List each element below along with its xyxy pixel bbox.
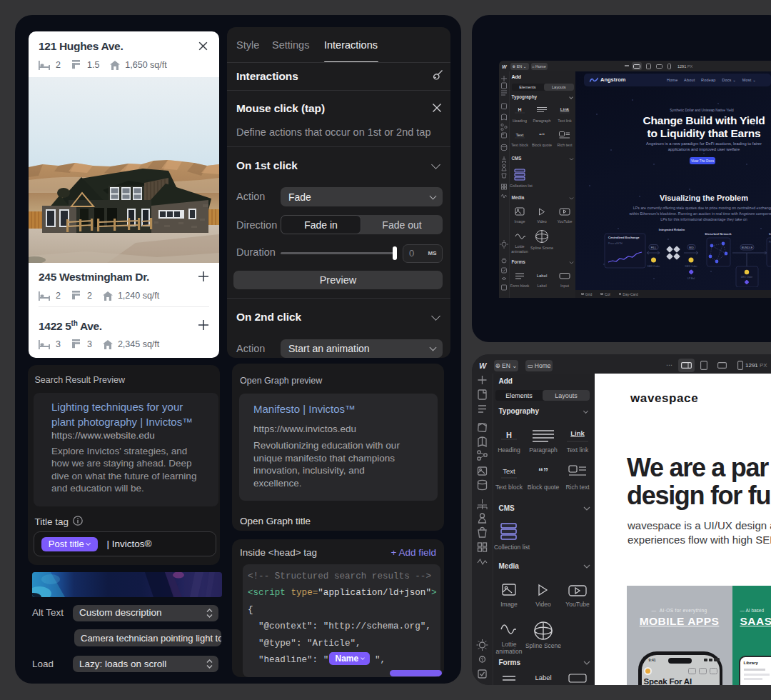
svg-text:Price of ETH: Price of ETH [608,242,623,245]
svg-text:H: H [506,431,512,439]
svg-text:Text block: Text block [495,484,523,491]
svg-text:Image: Image [500,601,518,608]
svg-text:Image: Image [515,219,525,224]
svg-text:Text: Text [515,133,523,137]
svg-text:DEX Order: DEX Order [685,265,697,268]
svg-text:LP Bal: LP Bal [687,277,695,280]
svg-text:Link: Link [560,107,570,111]
svg-text:Text link: Text link [558,119,572,123]
svg-text:Text: Text [503,467,515,475]
svg-text:Collection list: Collection list [494,544,530,551]
svg-text:Label: Label [535,674,551,681]
svg-text:Heading: Heading [498,446,520,454]
svg-text:Lottie: Lottie [515,244,524,249]
svg-text:CMS: CMS [512,156,522,161]
svg-text:“”: “” [538,466,548,477]
svg-text:Label: Label [537,284,546,288]
svg-text:Heading: Heading [513,119,527,123]
svg-text:Integrated Rebalm: Integrated Rebalm [659,228,685,231]
svg-text:Block quote: Block quote [532,143,552,147]
svg-text:Disturbed Network: Disturbed Network [705,232,732,236]
svg-text:Centralized Exchange: Centralized Exchange [608,236,640,239]
svg-text:Media: Media [512,195,525,200]
svg-text:YouTube: YouTube [557,219,572,224]
svg-text:Forms: Forms [512,259,526,264]
svg-text:DEX Order: DEX Order [647,265,660,268]
svg-text:Spline Scene: Spline Scene [530,246,553,250]
svg-text:Paragraph: Paragraph [529,446,558,454]
svg-text:Link: Link [570,429,585,437]
svg-text:Text link: Text link [567,446,589,454]
svg-text:Rich text: Rich text [565,484,590,491]
svg-text:Video: Video [535,601,551,608]
svg-text:Lottie: Lottie [502,641,517,648]
svg-text:YouTube: YouTube [565,601,590,608]
svg-text:Input: Input [560,284,569,288]
svg-text:Paragraph: Paragraph [533,119,550,123]
svg-text:H: H [518,107,521,112]
svg-text:Collection list: Collection list [510,184,533,188]
svg-text:Text block: Text block [511,143,528,147]
svg-text:Rich text: Rich text [558,143,573,147]
svg-text:animation: animation [511,249,528,254]
svg-text:Label: Label [537,274,548,278]
svg-text:Spline Scene: Spline Scene [525,642,561,649]
svg-text:FILL: FILL [651,246,657,249]
svg-text:“”: “” [539,132,545,139]
svg-text:Block quote: Block quote [528,484,560,491]
svg-text:Media: Media [499,562,520,570]
svg-text:BID: BID [689,246,694,249]
svg-text:animation: animation [496,648,523,655]
svg-text:DEX Order: DEX Order [741,276,753,279]
svg-text:BUNDLE: BUNDLE [742,246,753,249]
svg-text:Forms: Forms [499,659,521,666]
svg-text:Video: Video [537,219,547,224]
svg-text:Form block: Form block [510,284,530,288]
svg-text:CMS: CMS [499,504,515,512]
